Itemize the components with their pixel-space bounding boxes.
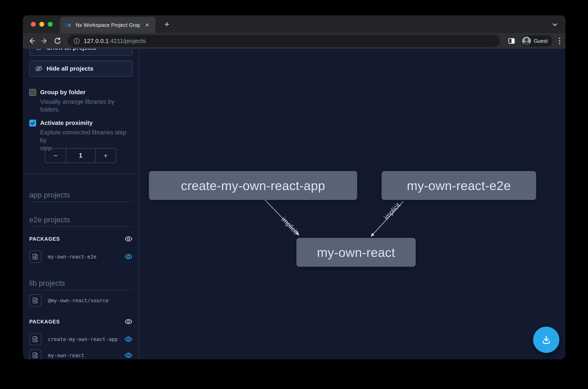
focus-project-button[interactable] [29,349,41,359]
eye-icon-active[interactable] [125,351,132,359]
avatar [522,36,531,45]
project-row: my-own-react [29,349,132,359]
profile-name: Guest [534,38,548,44]
graph-node-my-own-react[interactable]: my-own-react [296,238,416,267]
graph-node-my-own-react-e2e[interactable]: my-own-react-e2e [382,171,536,200]
increment-button[interactable]: + [96,149,116,163]
sidebar-divider [23,174,139,174]
browser-tab[interactable]: Nx Nx Workspace Project Graph ✕ [60,17,155,33]
eye-icon [35,49,43,51]
hide-all-projects-label: Hide all projects [47,65,94,72]
graph-node-create-my-own-react-app[interactable]: create-my-own-react-app [149,171,357,200]
forward-button[interactable] [39,35,50,47]
group-by-folder-checkbox[interactable] [29,89,36,96]
file-search-icon [32,297,39,304]
proximity-stepper: − 1 + [45,148,116,163]
sidebar: Show all projects Hide all projects Grou… [23,49,139,359]
project-row: @my-own-react/source [29,294,132,306]
eye-icon-active[interactable] [125,253,132,261]
lib-projects-heading: lib projects [29,279,132,290]
eye-icon[interactable] [125,235,132,243]
file-search-icon [32,336,39,343]
browser-toolbar: 127.0.0.1:4211/projects Guest [23,33,565,49]
decrement-button[interactable]: − [45,149,66,163]
tab-title: Nx Workspace Project Graph [76,22,140,28]
show-all-projects-button[interactable]: Show all projects [29,49,132,56]
nx-favicon: Nx [64,22,72,29]
file-search-icon [32,352,39,359]
tab-strip: Nx Nx Workspace Project Graph ✕ + [23,15,565,33]
zoom-window-button[interactable] [48,22,53,27]
tab-close-icon[interactable]: ✕ [143,21,151,29]
packages-title: PACKAGES [29,236,60,242]
proximity-value: 1 [66,149,96,163]
profile-button[interactable]: Guest [521,35,553,47]
eye-icon-active[interactable] [125,335,132,343]
url-text: 127.0.0.1:4211/projects [84,38,146,44]
focus-project-button[interactable] [29,333,41,345]
back-button[interactable] [26,35,37,47]
group-by-folder-label: Group by folder [40,89,130,96]
project-row: my-own-react-e2e [29,251,132,263]
app-projects-heading: app projects [29,191,132,202]
project-name: create-my-own-react-app [48,336,118,342]
group-by-folder-description: Visually arrange libraries by folders. [40,98,130,113]
browser-menu-button[interactable] [558,36,561,45]
activate-proximity-label: Activate proximity [40,119,130,126]
close-window-button[interactable] [31,22,36,27]
focus-project-button[interactable] [29,294,41,306]
chevron-down-icon[interactable] [551,21,559,29]
eye-icon[interactable] [125,318,132,326]
download-graph-button[interactable] [533,327,559,353]
focus-project-button[interactable] [29,251,41,263]
eye-slash-icon [35,65,43,72]
show-all-projects-label: Show all projects [47,49,97,51]
info-icon[interactable] [73,37,80,44]
url-host: 127.0.0.1 [84,38,109,44]
download-icon [540,333,553,346]
project-graph-canvas[interactable]: implicit implicit create-my-own-react-ap… [139,49,565,359]
edge-label: implicit [280,216,300,235]
activate-proximity-option: Activate proximity Explore connected lib… [29,119,130,152]
minimize-window-button[interactable] [39,22,44,27]
browser-window: Nx Nx Workspace Project Graph ✕ + [23,15,565,359]
group-by-folder-option: Group by folder Visually arrange librari… [29,89,130,113]
checkmark-icon [30,121,35,126]
address-bar[interactable]: 127.0.0.1:4211/projects [67,35,500,47]
url-path: :4211/projects [109,38,146,44]
file-search-icon [32,253,39,260]
hide-all-projects-button[interactable]: Hide all projects [29,61,132,77]
project-name: my-own-react-e2e [48,254,118,260]
activate-proximity-checkbox[interactable] [29,120,36,127]
e2e-packages-header: PACKAGES [29,234,132,243]
reload-button[interactable] [52,35,63,47]
side-panel-icon[interactable] [507,37,516,45]
edge-label: implicit [382,201,402,221]
new-tab-button[interactable]: + [162,19,172,30]
lib-packages-header: PACKAGES [29,317,132,326]
window-controls [31,22,53,27]
graph-edges: implicit implicit [139,49,565,359]
project-name: my-own-react [48,353,118,358]
project-row: create-my-own-react-app [29,333,132,345]
packages-title: PACKAGES [29,319,60,325]
e2e-projects-heading: e2e projects [29,216,132,227]
project-name: @my-own-react/source [48,298,132,303]
